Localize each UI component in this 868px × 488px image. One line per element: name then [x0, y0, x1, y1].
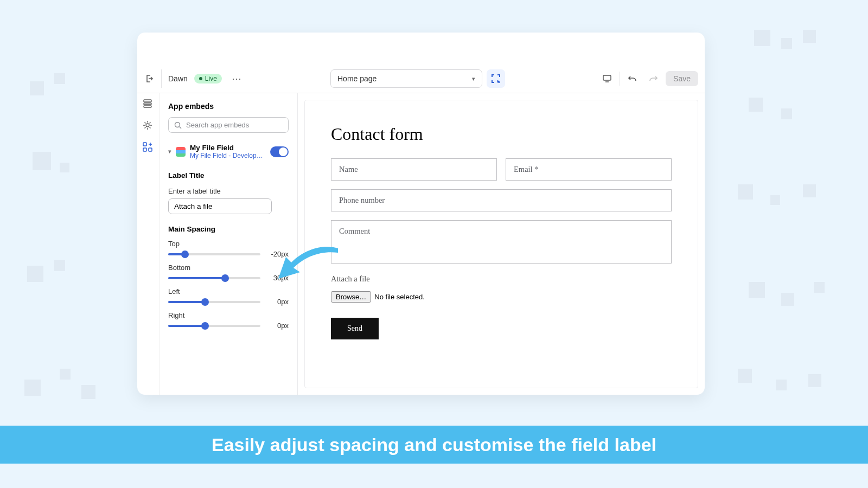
- svg-rect-2: [144, 103, 151, 105]
- send-button[interactable]: Send: [331, 318, 379, 339]
- slider-left-value: 0px: [266, 298, 289, 306]
- theme-name[interactable]: Dawn: [168, 74, 188, 83]
- label-title-input[interactable]: [168, 198, 272, 214]
- svg-rect-1: [144, 100, 151, 102]
- form-title: Contact form: [331, 124, 672, 144]
- attach-label: Attach a file: [331, 274, 672, 284]
- svg-rect-6: [143, 148, 146, 151]
- svg-rect-7: [149, 148, 152, 151]
- search-icon: [174, 121, 182, 129]
- slider-top: Top -20px: [159, 236, 297, 260]
- embed-toggle[interactable]: [270, 146, 289, 157]
- svg-rect-5: [143, 143, 146, 146]
- slider-right: Right 0px: [159, 308, 297, 332]
- inspect-button[interactable]: [487, 69, 505, 88]
- save-button[interactable]: Save: [666, 71, 698, 86]
- enter-label-text: Enter a label title: [159, 183, 297, 197]
- slider-top-label: Top: [168, 240, 289, 248]
- toolbar-right: Save: [599, 69, 698, 88]
- caption-text: Easily adjust spacing and customise the …: [212, 434, 656, 455]
- slider-left-track[interactable]: [168, 301, 260, 303]
- slider-bottom-track[interactable]: [168, 277, 260, 279]
- sidebar-title: App embeds: [159, 100, 297, 117]
- search-input[interactable]: Search app embeds: [168, 117, 289, 133]
- slider-right-track[interactable]: [168, 325, 260, 327]
- preview-canvas: Contact form Name Email * Phone number C…: [304, 100, 698, 388]
- slider-right-value: 0px: [266, 322, 289, 330]
- desktop-icon[interactable]: [599, 70, 615, 87]
- slider-right-label: Right: [168, 311, 289, 319]
- file-row: Browse… No file selected.: [331, 291, 672, 303]
- settings-icon[interactable]: [143, 120, 154, 131]
- app-card: Dawn Live ⋯ Home page ▾ Save: [137, 33, 705, 395]
- caption-bar: Easily adjust spacing and customise the …: [0, 426, 868, 464]
- embed-text: My File Field My File Field - Develop…: [190, 144, 266, 159]
- exit-icon[interactable]: [144, 73, 155, 84]
- embed-subtitle: My File Field - Develop…: [190, 152, 266, 159]
- main-spacing-heading: Main Spacing: [159, 217, 297, 236]
- page-selector-label: Home page: [337, 74, 376, 83]
- live-dot-icon: [199, 77, 202, 80]
- callout-arrow-icon: [278, 246, 338, 290]
- page-selector[interactable]: Home page ▾: [330, 69, 482, 88]
- chevron-down-icon: ▾: [472, 75, 475, 82]
- comment-textarea[interactable]: Comment: [331, 220, 672, 264]
- browse-button[interactable]: Browse…: [331, 291, 371, 303]
- embed-name: My File Field: [190, 144, 266, 152]
- sections-icon[interactable]: [143, 99, 154, 110]
- search-placeholder: Search app embeds: [186, 121, 249, 129]
- topbar: Dawn Live ⋯ Home page ▾ Save: [137, 64, 705, 93]
- slider-bottom-label: Bottom: [168, 264, 289, 272]
- svg-rect-0: [603, 75, 611, 80]
- more-icon[interactable]: ⋯: [228, 70, 245, 87]
- app-icon: [176, 147, 186, 157]
- embed-row[interactable]: ▾ My File Field My File Field - Develop…: [159, 139, 297, 164]
- chevron-down-icon[interactable]: ▾: [168, 148, 171, 155]
- app-embeds-icon[interactable]: [143, 142, 154, 153]
- name-input[interactable]: Name: [331, 158, 497, 181]
- divider: [161, 69, 162, 88]
- slider-left-label: Left: [168, 287, 289, 296]
- email-input[interactable]: Email *: [506, 158, 672, 181]
- live-badge: Live: [194, 74, 222, 84]
- svg-rect-3: [144, 106, 151, 107]
- divider: [620, 72, 620, 86]
- slider-bottom: Bottom 30px: [159, 260, 297, 284]
- sidebar: App embeds Search app embeds ▾ My File F…: [159, 93, 298, 395]
- svg-point-4: [146, 124, 149, 127]
- live-label: Live: [205, 75, 217, 82]
- no-file-text: No file selected.: [374, 293, 425, 301]
- slider-left: Left 0px: [159, 284, 297, 308]
- slider-top-track[interactable]: [168, 253, 260, 255]
- svg-point-8: [175, 122, 180, 127]
- redo-icon[interactable]: [645, 70, 661, 87]
- phone-input[interactable]: Phone number: [331, 189, 672, 211]
- undo-icon[interactable]: [624, 70, 641, 87]
- left-rail: [137, 93, 159, 395]
- label-title-heading: Label Title: [159, 164, 297, 183]
